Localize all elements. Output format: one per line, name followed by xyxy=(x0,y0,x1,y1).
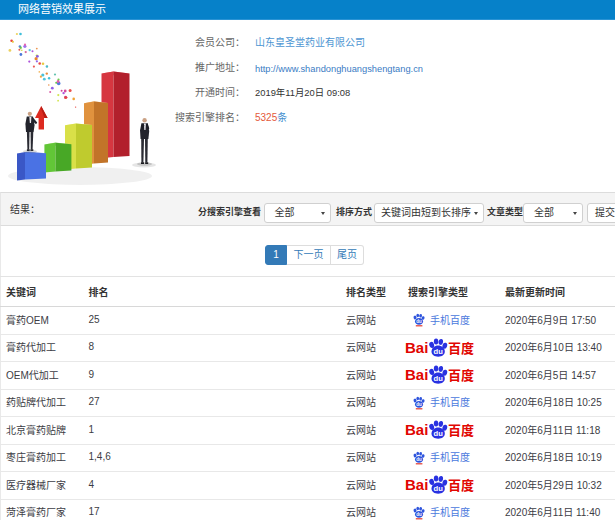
svg-text:Bai: Bai xyxy=(405,338,428,355)
svg-text:Bai: Bai xyxy=(405,366,428,383)
svg-text:du: du xyxy=(416,402,422,407)
svg-text:du: du xyxy=(434,375,444,384)
svg-text:Bai: Bai xyxy=(405,476,428,493)
svg-text:du: du xyxy=(434,347,444,356)
svg-text:Bai: Bai xyxy=(405,421,428,438)
svg-text:du: du xyxy=(416,457,422,462)
svg-text:du: du xyxy=(416,512,422,517)
svg-text:du: du xyxy=(434,485,444,494)
svg-text:百度: 百度 xyxy=(448,478,474,493)
svg-text:百度: 百度 xyxy=(448,368,474,383)
svg-text:du: du xyxy=(416,320,422,325)
svg-text:百度: 百度 xyxy=(448,340,474,355)
svg-text:百度: 百度 xyxy=(448,423,474,438)
svg-text:du: du xyxy=(434,430,444,439)
